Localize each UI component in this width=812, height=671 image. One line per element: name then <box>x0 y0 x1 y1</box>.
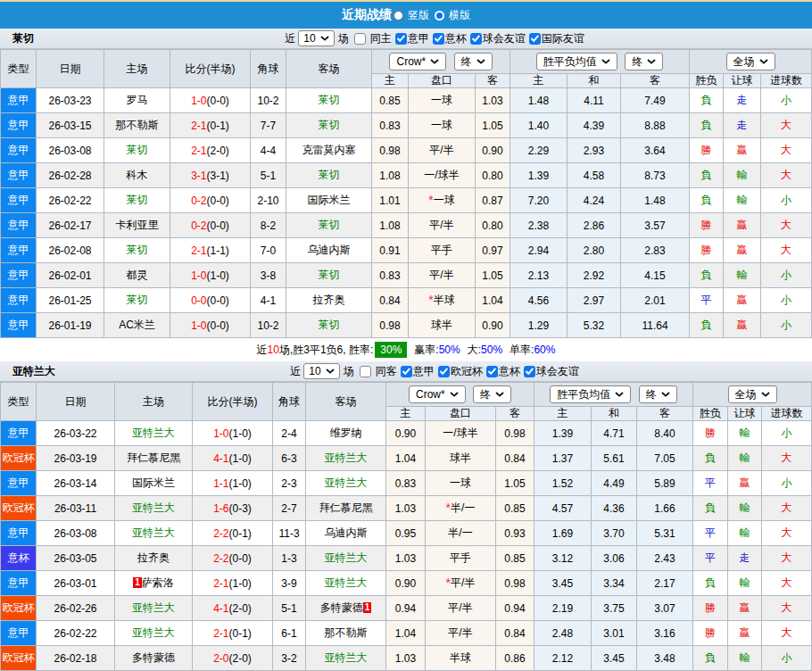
league-checkbox[interactable] <box>401 366 412 377</box>
asian-handicap: *半球 <box>409 288 476 313</box>
match-date: 26-03-08 <box>37 138 104 163</box>
asian-handicap: 球半 <box>426 446 496 471</box>
handicap-result-mark: 贏 <box>724 313 761 338</box>
europe-odds-select[interactable]: 胜平负均值 <box>536 53 617 70</box>
asian-home-odds: 0.90 <box>386 571 426 596</box>
radio-horizontal-layout[interactable] <box>435 11 444 21</box>
league-badge: 意甲 <box>1 163 37 188</box>
league-checkbox[interactable] <box>529 33 541 45</box>
league-checkbox[interactable] <box>438 366 450 377</box>
league-checkbox[interactable] <box>470 33 482 45</box>
home-team-name: AC米兰 <box>119 319 155 331</box>
select-value: Crow* <box>416 388 445 401</box>
europe-odds-select[interactable]: 胜平负均值 <box>550 385 631 403</box>
live-odds-star-icon: * <box>446 576 451 590</box>
asian-home-odds: 0.98 <box>372 313 409 338</box>
handicap-result-mark: 贏 <box>724 138 761 163</box>
col-corner: 角球 <box>251 50 286 88</box>
away-team-name: 亚特兰大 <box>325 651 368 664</box>
result-group: 全场 <box>693 383 812 407</box>
goals-result-mark: 大 <box>762 521 812 546</box>
league-checkbox[interactable] <box>524 366 535 377</box>
scope-select[interactable]: 全场 <box>726 53 775 70</box>
league-checkbox-label[interactable]: 球会友谊 <box>483 31 526 46</box>
europe-draw-odds: 4.39 <box>568 113 621 138</box>
league-checkbox-label[interactable]: 意杯 <box>499 364 520 379</box>
match-row: 意甲26-01-19AC米兰1-0(0-0)10-2莱切0.98球半0.901.… <box>1 313 812 338</box>
europe-draw-odds: 4.49 <box>592 471 637 496</box>
europe-home-odds: 2.48 <box>534 621 592 646</box>
chevron-down-icon <box>430 59 439 64</box>
chevron-down-icon <box>761 392 770 397</box>
home-team: 拉齐奥 <box>115 546 193 571</box>
league-checkbox-label[interactable]: 意杯 <box>445 31 467 46</box>
match-row: 意甲26-02-17卡利亚里0-2(0-0)8-2莱切1.08平/半0.802.… <box>1 213 812 238</box>
europe-home-odds: 3.45 <box>534 571 592 596</box>
europe-away-odds: 3.57 <box>621 213 690 238</box>
goals-result-mark: 小 <box>762 646 812 671</box>
league-checkbox[interactable] <box>486 366 498 377</box>
bookmaker-select[interactable]: Crow* <box>389 53 446 70</box>
europe-draw-odds: 3.01 <box>592 621 637 646</box>
same-venue-checkbox[interactable] <box>354 33 366 45</box>
goals-result-mark: 大 <box>762 571 812 596</box>
radio-horizontal-label[interactable]: 横版 <box>449 8 470 23</box>
corners: 5-1 <box>251 163 286 188</box>
europe-draw-odds: 4.71 <box>592 421 637 446</box>
asian-home-odds: 1.08 <box>372 163 409 188</box>
summary-lecce: 近10场,胜3平1负6, 胜率: 30% 赢率:50% 大:50% 单率:60% <box>0 338 812 361</box>
match-row: 意甲26-03-23罗马1-0(0-0)10-2莱切0.85一球1.031.48… <box>1 88 812 113</box>
league-badge: 欧冠杯 <box>1 596 37 621</box>
handicap-result-mark: 輸 <box>728 446 762 471</box>
asian-home-odds: 0.90 <box>386 421 426 446</box>
europe-final-select[interactable]: 终 <box>639 385 677 403</box>
goals-result-mark: 大 <box>761 163 812 188</box>
handicap-result-mark: 贏 <box>728 471 762 496</box>
live-odds-star-icon: * <box>428 193 433 207</box>
result-mark: 負 <box>693 646 728 671</box>
asian-final-select[interactable]: 终 <box>473 385 511 403</box>
recent-matches-table-lecce: 类型 日期 主场 比分(半场) 角球 客场 Crow* 终 胜平负均值 终 全场… <box>0 49 812 338</box>
europe-away-odds: 3.07 <box>637 596 693 621</box>
league-checkbox-label[interactable]: 意甲 <box>413 364 435 379</box>
handicap-result-mark: 輸 <box>724 188 761 213</box>
handicap-result-mark: 贏 <box>728 596 762 621</box>
select-value: 10 <box>303 32 315 45</box>
col-date: 日期 <box>37 50 104 88</box>
asian-away-odds: 0.87 <box>476 188 510 213</box>
recent-matches-table-atalanta: 类型 日期 主场 比分(半场) 角球 客场 Crow* 终 胜平负均值 终 全场… <box>0 382 812 671</box>
league-checkbox-label[interactable]: 国际友谊 <box>542 31 584 46</box>
away-team-name: 亚特兰大 <box>325 451 368 464</box>
away-team: 拜仁慕尼黑 <box>306 496 386 521</box>
league-badge: 意甲 <box>1 521 37 546</box>
fulltime-score: 2-1 <box>191 120 206 132</box>
scope-select[interactable]: 全场 <box>728 385 777 403</box>
same-venue-label[interactable]: 同客 <box>376 364 397 379</box>
match-row: 欧冠杯26-02-26亚特兰大4-1(2-0)5-1多特蒙德10.94平/半0.… <box>1 596 812 621</box>
same-venue-label[interactable]: 同主 <box>370 31 392 46</box>
result-mark: 平 <box>690 288 724 313</box>
match-count-select[interactable]: 10 <box>298 30 334 46</box>
europe-away-odds: 2.17 <box>637 571 693 596</box>
goals-result-mark: 小 <box>761 263 812 288</box>
match-count-select[interactable]: 10 <box>303 363 339 379</box>
result-mark: 負 <box>690 313 724 338</box>
league-checkbox-label[interactable]: 球会友谊 <box>536 364 579 379</box>
asian-away-odds: 0.90 <box>476 313 510 338</box>
league-filters: 意甲意杯球会友谊国际友谊 <box>395 31 584 46</box>
europe-final-select[interactable]: 终 <box>625 53 663 70</box>
league-checkbox[interactable] <box>395 33 407 45</box>
radio-vertical-label[interactable]: 竖版 <box>408 8 429 23</box>
league-checkbox-label[interactable]: 欧冠杯 <box>451 364 483 379</box>
league-checkbox[interactable] <box>433 33 444 45</box>
away-team-name: 乌迪内斯 <box>325 526 368 539</box>
radio-vertical-layout[interactable] <box>394 11 403 21</box>
team-name-atalanta: 亚特兰大 <box>12 364 57 379</box>
bookmaker-select[interactable]: Crow* <box>409 385 466 403</box>
europe-away-odds: 3.48 <box>637 646 693 671</box>
same-venue-checkbox[interactable] <box>360 366 371 377</box>
league-checkbox-label[interactable]: 意甲 <box>408 31 429 46</box>
subcol-europe-home: 主 <box>510 74 568 88</box>
asian-final-select[interactable]: 终 <box>454 53 493 70</box>
col-corner: 角球 <box>273 383 306 421</box>
